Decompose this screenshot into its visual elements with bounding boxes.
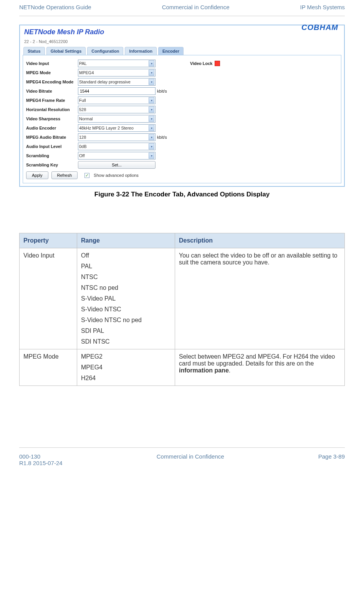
footer-right: Page 3-89 (318, 453, 345, 466)
apply-button[interactable]: Apply (26, 171, 48, 179)
mpeg4-enc-mode-value: Standard delay progressive (79, 80, 131, 84)
video-input-select[interactable]: PAL ▾ (78, 60, 156, 67)
audio-input-level-label: Audio Input Level (26, 144, 78, 149)
dropdown-icon: ▾ (149, 134, 154, 140)
tab-bar: Status Global Settings Configuration Inf… (20, 47, 344, 55)
header-center: Commercial in Confidence (162, 4, 230, 10)
node-id-label: 22 - 2 - Nod_46512200 (20, 38, 344, 47)
dropdown-icon: ▾ (149, 79, 154, 85)
video-input-value: PAL (79, 61, 87, 66)
page-footer: 000-130 R1.8 2015-07-24 Commercial in Co… (19, 447, 345, 466)
page-header: NETNode Operations Guide Commercial in C… (19, 4, 345, 16)
audio-encoder-select[interactable]: 48kHz MPEG Layer 2 Stereo ▾ (78, 124, 156, 132)
col-range: Range (77, 233, 175, 248)
mpeg-mode-label: MPEG Mode (26, 70, 78, 75)
tab-encoder[interactable]: Encoder (158, 47, 184, 55)
col-property: Property (20, 233, 77, 248)
mpeg-audio-bitrate-value: 128 (79, 135, 86, 140)
window-title-bar: NETNode Mesh IP Radio (20, 26, 344, 38)
horiz-res-select[interactable]: 528 ▾ (78, 106, 156, 113)
table-row: MPEG Mode MPEG2 MPEG4 H264 Select betwee… (20, 349, 345, 386)
figure-caption: Figure 3-22 The Encoder Tab, Advanced Op… (19, 191, 345, 198)
prop-name: Video Input (20, 248, 77, 349)
app-title: NETNode Mesh IP Radio (24, 28, 104, 36)
footer-left: 000-130 R1.8 2015-07-24 (19, 453, 63, 466)
horiz-res-value: 528 (79, 107, 86, 112)
video-bitrate-unit: kbit/s (157, 89, 167, 93)
scrambling-value: Off (79, 153, 84, 158)
encoder-screenshot: NETNode Mesh IP Radio COBHAM 22 - 2 - No… (19, 25, 345, 187)
mpeg4-frame-rate-select[interactable]: Full ▾ (78, 96, 156, 104)
tab-status[interactable]: Status (23, 47, 45, 55)
video-lock-label: Video Lock (190, 61, 212, 66)
dropdown-icon: ▾ (149, 106, 154, 113)
encoder-form: Video Input PAL ▾ Video Lock MPEG Mode M… (23, 55, 341, 183)
audio-encoder-value: 48kHz MPEG Layer 2 Stereo (79, 126, 134, 130)
scrambling-key-set-button[interactable]: Set... (78, 161, 156, 169)
tab-global-settings[interactable]: Global Settings (46, 47, 86, 55)
dropdown-icon: ▾ (149, 97, 154, 103)
prop-desc: Select between MPEG2 and MPEG4. For H264… (175, 349, 345, 386)
video-sharpness-label: Video Sharpness (26, 116, 78, 121)
audio-input-level-select[interactable]: 0dB ▾ (78, 143, 156, 150)
dropdown-icon: ▾ (149, 125, 154, 131)
advanced-checkbox-label: Show advanced options (94, 173, 139, 178)
prop-range: Off PAL NTSC NTSC no ped S-Video PAL S-V… (77, 248, 175, 349)
prop-desc: You can select the video to be off or an… (175, 248, 345, 349)
mpeg-audio-bitrate-unit: kbit/s (157, 135, 167, 140)
advanced-checkbox[interactable]: ✓ (84, 173, 89, 178)
scrambling-select[interactable]: Off ▾ (78, 152, 156, 160)
header-right: IP Mesh Systems (300, 4, 345, 10)
prop-range: MPEG2 MPEG4 H264 (77, 349, 175, 386)
dropdown-icon: ▾ (149, 70, 154, 76)
mpeg4-frame-rate-label: MPEG4 Frame Rate (26, 98, 78, 103)
mpeg4-frame-rate-value: Full (79, 98, 86, 103)
scrambling-label: Scrambling (26, 153, 78, 158)
dropdown-icon: ▾ (149, 116, 154, 122)
mpeg4-enc-mode-select[interactable]: Standard delay progressive ▾ (78, 78, 156, 86)
video-lock-indicator (215, 61, 220, 66)
dropdown-icon: ▾ (149, 143, 154, 150)
scrambling-key-label: Scrambling Key (26, 163, 78, 167)
mpeg-mode-select[interactable]: MPEG4 ▾ (78, 69, 156, 76)
property-table: Property Range Description Video Input O… (19, 233, 345, 386)
audio-encoder-label: Audio Encoder (26, 126, 78, 130)
video-bitrate-label: Video Bitrate (26, 89, 78, 93)
tab-information[interactable]: Information (125, 47, 157, 55)
cobham-logo: COBHAM (301, 23, 338, 32)
mpeg-audio-bitrate-select[interactable]: 128 ▾ (78, 133, 156, 141)
video-sharpness-select[interactable]: Normal ▾ (78, 115, 156, 123)
refresh-button[interactable]: Refresh (51, 171, 78, 179)
tab-configuration[interactable]: Configuration (87, 47, 123, 55)
mpeg-mode-value: MPEG4 (79, 70, 94, 75)
mpeg4-enc-mode-label: MPEG4 Encoding Mode (26, 80, 78, 84)
horiz-res-label: Horizontal Resolution (26, 107, 78, 112)
dropdown-icon: ▾ (149, 153, 154, 159)
mpeg-audio-bitrate-label: MPEG Audio Bitrate (26, 135, 78, 140)
col-description: Description (175, 233, 345, 248)
audio-input-level-value: 0dB (79, 144, 87, 149)
prop-name: MPEG Mode (20, 349, 77, 386)
footer-center: Commercial in Confidence (157, 453, 224, 466)
video-input-label: Video Input (26, 61, 78, 66)
header-left: NETNode Operations Guide (19, 4, 91, 10)
dropdown-icon: ▾ (149, 60, 154, 66)
video-sharpness-value: Normal (79, 116, 93, 121)
table-row: Video Input Off PAL NTSC NTSC no ped S-V… (20, 248, 345, 349)
video-bitrate-input[interactable] (78, 87, 156, 95)
